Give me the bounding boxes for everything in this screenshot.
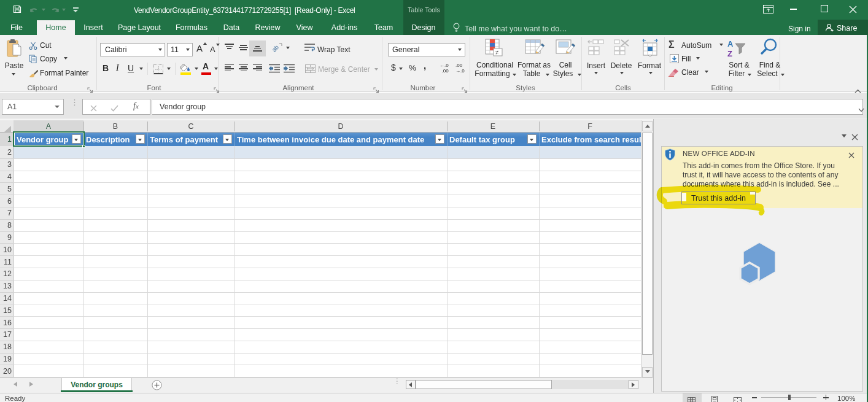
svg-text:ab: ab xyxy=(271,44,280,53)
svg-text:≠: ≠ xyxy=(495,49,499,56)
svg-text:A: A xyxy=(727,39,734,48)
svg-text:Z: Z xyxy=(727,49,732,58)
